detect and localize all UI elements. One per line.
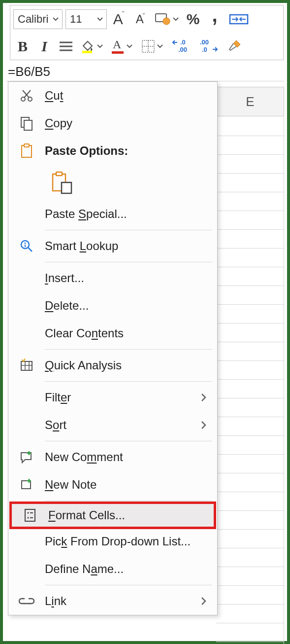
svg-text:.0: .0 bbox=[180, 38, 186, 46]
grid-cell[interactable] bbox=[216, 230, 284, 249]
ctx-paste-special[interactable]: Paste Special... bbox=[8, 200, 217, 228]
accounting-format-button[interactable] bbox=[153, 8, 181, 30]
font-name-select[interactable]: Calibri bbox=[13, 9, 63, 29]
ctx-filter[interactable]: Filter bbox=[8, 384, 217, 411]
ctx-new-note[interactable]: New Note bbox=[8, 471, 217, 499]
column-header-e[interactable]: E bbox=[216, 87, 284, 116]
formula-value: =B6/B5 bbox=[8, 64, 50, 79]
grid-cell[interactable] bbox=[216, 267, 284, 286]
ctx-delete[interactable]: Delete... bbox=[8, 292, 217, 320]
grid-cell[interactable] bbox=[216, 192, 284, 211]
grid-cell[interactable] bbox=[216, 211, 284, 230]
italic-button[interactable]: I bbox=[35, 36, 54, 57]
svg-rect-3 bbox=[82, 51, 92, 53]
ctx-label: New Comment bbox=[45, 450, 210, 464]
separator bbox=[45, 230, 212, 230]
grid-cell[interactable] bbox=[216, 361, 284, 380]
grid-cell[interactable] bbox=[216, 455, 284, 473]
grid-cell[interactable] bbox=[216, 305, 284, 323]
grid-cell[interactable] bbox=[216, 623, 284, 642]
fill-color-button[interactable] bbox=[78, 36, 106, 57]
grid-cell[interactable] bbox=[216, 286, 284, 305]
increase-decimal-button[interactable]: .0.00 bbox=[170, 36, 194, 57]
context-menu: Cut Copy Paste Options: Paste Special... bbox=[8, 81, 218, 615]
formula-bar[interactable]: =B6/B5 bbox=[6, 63, 284, 81]
align-button[interactable] bbox=[57, 36, 75, 57]
ctx-clear-contents[interactable]: Clear Contents bbox=[8, 320, 217, 347]
grid-cell[interactable] bbox=[216, 530, 284, 548]
ctx-label: Link bbox=[45, 594, 197, 608]
comma-style-button[interactable]: , bbox=[205, 8, 224, 30]
coin-icon bbox=[155, 12, 171, 26]
grid-cell[interactable] bbox=[216, 342, 284, 361]
column-header-label: E bbox=[246, 94, 254, 109]
font-name-value: Calibri bbox=[18, 13, 48, 26]
ctx-format-cells[interactable]: Format Cells... bbox=[9, 501, 216, 529]
grid-cell[interactable] bbox=[216, 586, 284, 605]
ctx-pick-from-list[interactable]: Pick From Drop-down List... bbox=[8, 528, 217, 555]
decrease-decimal-button[interactable]: .00.0 bbox=[197, 36, 222, 57]
chevron-right-icon bbox=[197, 393, 210, 402]
ctx-quick-analysis[interactable]: Quick Analysis bbox=[8, 352, 217, 379]
ctx-define-name[interactable]: Define Name... bbox=[8, 555, 217, 583]
format-painter-button[interactable] bbox=[225, 36, 244, 57]
merge-icon bbox=[229, 12, 249, 27]
ctx-paste-default[interactable] bbox=[8, 165, 217, 200]
ctx-paste-options-heading: Paste Options: bbox=[8, 137, 217, 165]
ctx-label: Filter bbox=[45, 391, 197, 404]
increase-font-button[interactable]: Aˆ bbox=[110, 8, 129, 30]
grid-cell[interactable] bbox=[216, 642, 284, 644]
grid-cell[interactable] bbox=[216, 605, 284, 623]
grid-cell[interactable] bbox=[216, 174, 284, 192]
ctx-label: Copy bbox=[45, 116, 210, 130]
separator bbox=[45, 441, 212, 441]
grid-cell[interactable] bbox=[216, 567, 284, 586]
bold-button[interactable]: B bbox=[13, 36, 32, 57]
svg-rect-14 bbox=[24, 144, 29, 147]
chevron-right-icon bbox=[197, 420, 210, 430]
comment-icon bbox=[8, 450, 45, 464]
grid-rows[interactable] bbox=[216, 117, 284, 638]
grid-cell[interactable] bbox=[216, 323, 284, 342]
ctx-new-comment[interactable]: New Comment bbox=[8, 443, 217, 471]
font-color-button[interactable]: A bbox=[109, 36, 136, 57]
ctx-label: Paste Special... bbox=[45, 207, 210, 221]
grid-cell[interactable] bbox=[216, 136, 284, 155]
ctx-cut[interactable]: Cut bbox=[8, 82, 217, 109]
align-icon bbox=[59, 40, 73, 52]
ctx-label: Delete... bbox=[45, 299, 210, 313]
grid-cell[interactable] bbox=[216, 511, 284, 530]
grid-cell[interactable] bbox=[216, 436, 284, 455]
grid-cell[interactable] bbox=[216, 155, 284, 174]
note-icon bbox=[8, 478, 45, 492]
merge-center-button[interactable] bbox=[227, 8, 251, 30]
grid-cell[interactable] bbox=[216, 473, 284, 492]
grid-cell[interactable] bbox=[216, 548, 284, 567]
ctx-link[interactable]: Link bbox=[8, 587, 217, 615]
ctx-sort[interactable]: Sort bbox=[8, 411, 217, 439]
grid-cell[interactable] bbox=[216, 398, 284, 417]
borders-button[interactable] bbox=[139, 36, 167, 57]
ctx-copy[interactable]: Copy bbox=[8, 109, 217, 137]
font-size-select[interactable]: 11 bbox=[65, 9, 107, 29]
grid-cell[interactable] bbox=[216, 492, 284, 511]
svg-point-1 bbox=[163, 18, 170, 25]
ctx-label: Insert... bbox=[45, 271, 210, 285]
svg-text:.0: .0 bbox=[202, 46, 207, 53]
grid-cell[interactable] bbox=[216, 417, 284, 436]
grid-cell[interactable] bbox=[216, 117, 284, 136]
caret-up-icon: ˆ bbox=[122, 10, 125, 18]
ctx-smart-lookup[interactable]: Smart Lookup bbox=[8, 232, 217, 260]
separator bbox=[45, 262, 212, 262]
borders-icon bbox=[141, 39, 155, 53]
ctx-insert[interactable]: Insert... bbox=[8, 264, 217, 292]
italic-icon: I bbox=[41, 38, 47, 55]
svg-rect-27 bbox=[30, 517, 33, 518]
grid-cell[interactable] bbox=[216, 380, 284, 398]
decrease-font-button[interactable]: Aˇ bbox=[131, 8, 150, 30]
grid-cell[interactable] bbox=[216, 249, 284, 267]
chevron-down-icon bbox=[97, 43, 103, 49]
percent-button[interactable]: % bbox=[184, 8, 202, 30]
font-color-icon: A bbox=[111, 39, 125, 54]
increase-decimal-icon: .0.00 bbox=[171, 38, 193, 54]
